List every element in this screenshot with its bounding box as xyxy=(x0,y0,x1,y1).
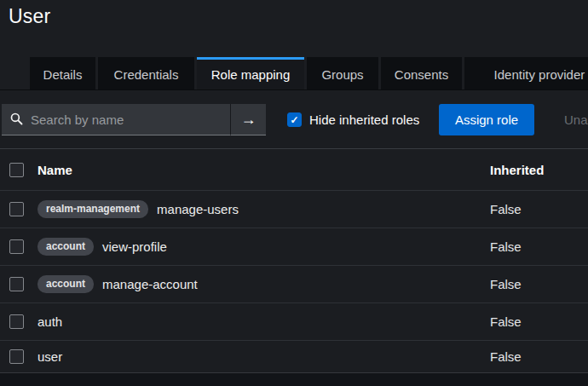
role-name: auth xyxy=(37,314,62,329)
inherited-value: False xyxy=(490,277,522,291)
search-group: → xyxy=(2,104,266,135)
tab-credentials[interactable]: Credentials xyxy=(98,57,194,89)
table-row: realm-management manage-users False xyxy=(0,191,588,228)
inherited-value: False xyxy=(490,349,522,364)
table-row: account manage-account False xyxy=(0,266,588,303)
table-row: account view-profile False xyxy=(0,228,588,266)
tab-label: Details xyxy=(43,67,83,82)
row-checkbox[interactable] xyxy=(9,314,24,329)
page-title: User xyxy=(9,5,50,28)
hide-inherited-roles-toggle[interactable]: ✓ Hide inherited roles xyxy=(287,104,419,135)
table-row: user False xyxy=(0,341,588,372)
search-icon xyxy=(10,112,23,125)
column-header-name: Name xyxy=(37,163,72,177)
role-name: manage-account xyxy=(102,277,198,291)
hide-inherited-label: Hide inherited roles xyxy=(309,112,419,127)
client-badge: realm-management xyxy=(37,200,148,217)
tab-details[interactable]: Details xyxy=(30,57,95,89)
assign-role-button[interactable]: Assign role xyxy=(439,104,534,135)
tab-identity-provider-links[interactable]: Identity provider links xyxy=(464,57,588,89)
table-header-row: Name Inherited xyxy=(0,149,588,191)
unassign-button[interactable]: Unassign xyxy=(559,104,588,135)
inherited-value: False xyxy=(490,239,522,254)
checkbox-checked-icon[interactable]: ✓ xyxy=(287,112,302,127)
tab-bar: Details Credentials Role mapping Groups … xyxy=(0,57,588,89)
roles-table: Name Inherited realm-management manage-u… xyxy=(0,148,588,372)
row-checkbox[interactable] xyxy=(9,239,24,254)
table-row: auth False xyxy=(0,303,588,341)
row-checkbox[interactable] xyxy=(9,277,24,291)
search-input[interactable] xyxy=(29,104,228,135)
inherited-value: False xyxy=(490,202,522,216)
client-badge: account xyxy=(37,238,94,255)
pagination-bar xyxy=(0,372,588,386)
tab-content-divider xyxy=(0,89,588,90)
select-all-checkbox[interactable] xyxy=(9,163,24,177)
search-submit-button[interactable]: → xyxy=(230,104,266,135)
tab-role-mapping[interactable]: Role mapping xyxy=(197,57,304,89)
role-name: manage-users xyxy=(157,202,239,216)
role-name: user xyxy=(37,349,62,364)
tab-label: Credentials xyxy=(114,67,179,82)
column-header-inherited: Inherited xyxy=(490,163,544,177)
arrow-right-icon: → xyxy=(241,111,257,128)
tab-groups[interactable]: Groups xyxy=(307,57,378,89)
tab-label: Role mapping xyxy=(211,67,291,82)
inherited-value: False xyxy=(490,314,522,329)
tab-label: Consents xyxy=(395,67,448,82)
check-icon: ✓ xyxy=(290,115,298,125)
row-checkbox[interactable] xyxy=(9,202,24,216)
tab-consents[interactable]: Consents xyxy=(381,57,462,89)
client-badge: account xyxy=(37,275,94,292)
tab-label: Identity provider links xyxy=(494,67,588,82)
tab-label: Groups xyxy=(321,67,363,82)
row-checkbox[interactable] xyxy=(9,349,24,364)
search-box xyxy=(2,104,230,135)
role-name: view-profile xyxy=(102,239,167,254)
user-role-mapping-page: User Details Credentials Role mapping Gr… xyxy=(0,0,588,386)
